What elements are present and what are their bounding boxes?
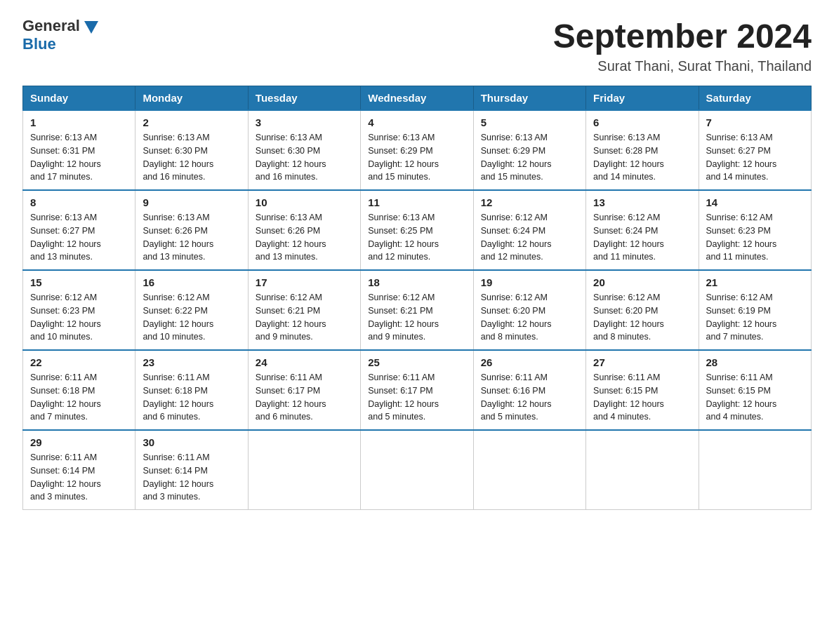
day-info: Sunrise: 6:12 AMSunset: 6:23 PMDaylight:… bbox=[30, 291, 128, 344]
calendar-day-cell: 12Sunrise: 6:12 AMSunset: 6:24 PMDayligh… bbox=[473, 190, 585, 270]
calendar-day-cell: 21Sunrise: 6:12 AMSunset: 6:19 PMDayligh… bbox=[699, 270, 811, 350]
day-info: Sunrise: 6:11 AMSunset: 6:14 PMDaylight:… bbox=[143, 451, 240, 504]
calendar-day-cell bbox=[248, 430, 360, 510]
day-info: Sunrise: 6:12 AMSunset: 6:24 PMDaylight:… bbox=[593, 211, 691, 264]
day-number: 7 bbox=[706, 116, 804, 128]
day-info: Sunrise: 6:12 AMSunset: 6:21 PMDaylight:… bbox=[368, 291, 465, 344]
day-info: Sunrise: 6:11 AMSunset: 6:17 PMDaylight:… bbox=[368, 371, 465, 424]
day-number: 2 bbox=[143, 116, 240, 128]
day-number: 16 bbox=[143, 276, 240, 288]
calendar-day-cell: 30Sunrise: 6:11 AMSunset: 6:14 PMDayligh… bbox=[135, 430, 248, 510]
calendar-day-cell: 22Sunrise: 6:11 AMSunset: 6:18 PMDayligh… bbox=[23, 350, 135, 430]
logo-triangle-icon bbox=[84, 21, 98, 34]
calendar-day-cell: 17Sunrise: 6:12 AMSunset: 6:21 PMDayligh… bbox=[248, 270, 360, 350]
calendar-day-cell bbox=[473, 430, 585, 510]
day-number: 4 bbox=[368, 116, 465, 128]
calendar-day-cell: 26Sunrise: 6:11 AMSunset: 6:16 PMDayligh… bbox=[473, 350, 585, 430]
day-info: Sunrise: 6:11 AMSunset: 6:15 PMDaylight:… bbox=[706, 371, 804, 424]
day-number: 26 bbox=[481, 356, 578, 368]
calendar-header-row: SundayMondayTuesdayWednesdayThursdayFrid… bbox=[23, 86, 812, 111]
calendar-day-cell: 2Sunrise: 6:13 AMSunset: 6:30 PMDaylight… bbox=[135, 110, 248, 190]
day-info: Sunrise: 6:11 AMSunset: 6:17 PMDaylight:… bbox=[256, 371, 353, 424]
day-info: Sunrise: 6:12 AMSunset: 6:19 PMDaylight:… bbox=[706, 291, 804, 344]
day-info: Sunrise: 6:13 AMSunset: 6:26 PMDaylight:… bbox=[256, 211, 353, 264]
logo-blue-text: Blue bbox=[22, 35, 56, 53]
calendar-day-cell: 1Sunrise: 6:13 AMSunset: 6:31 PMDaylight… bbox=[23, 110, 135, 190]
calendar-day-cell bbox=[586, 430, 699, 510]
calendar-day-cell: 24Sunrise: 6:11 AMSunset: 6:17 PMDayligh… bbox=[248, 350, 360, 430]
day-info: Sunrise: 6:12 AMSunset: 6:20 PMDaylight:… bbox=[593, 291, 691, 344]
day-number: 6 bbox=[593, 116, 691, 128]
calendar-day-header: Wednesday bbox=[361, 86, 473, 111]
calendar-week-row: 8Sunrise: 6:13 AMSunset: 6:27 PMDaylight… bbox=[23, 190, 812, 270]
calendar-week-row: 22Sunrise: 6:11 AMSunset: 6:18 PMDayligh… bbox=[23, 350, 812, 430]
day-number: 3 bbox=[256, 116, 353, 128]
day-number: 5 bbox=[481, 116, 578, 128]
day-number: 17 bbox=[256, 276, 353, 288]
day-info: Sunrise: 6:13 AMSunset: 6:30 PMDaylight:… bbox=[256, 131, 353, 184]
main-title: September 2024 bbox=[553, 17, 812, 55]
calendar-day-cell: 19Sunrise: 6:12 AMSunset: 6:20 PMDayligh… bbox=[473, 270, 585, 350]
logo-general-text: General bbox=[22, 17, 80, 35]
calendar-day-cell: 9Sunrise: 6:13 AMSunset: 6:26 PMDaylight… bbox=[135, 190, 248, 270]
day-info: Sunrise: 6:12 AMSunset: 6:22 PMDaylight:… bbox=[143, 291, 240, 344]
calendar-day-cell bbox=[361, 430, 473, 510]
day-info: Sunrise: 6:13 AMSunset: 6:30 PMDaylight:… bbox=[143, 131, 240, 184]
day-number: 20 bbox=[593, 276, 691, 288]
calendar-day-cell: 5Sunrise: 6:13 AMSunset: 6:29 PMDaylight… bbox=[473, 110, 585, 190]
calendar-day-header: Monday bbox=[135, 86, 248, 111]
calendar-day-cell: 11Sunrise: 6:13 AMSunset: 6:25 PMDayligh… bbox=[361, 190, 473, 270]
day-info: Sunrise: 6:11 AMSunset: 6:18 PMDaylight:… bbox=[30, 371, 128, 424]
day-info: Sunrise: 6:11 AMSunset: 6:15 PMDaylight:… bbox=[593, 371, 691, 424]
calendar-day-header: Saturday bbox=[699, 86, 811, 111]
day-info: Sunrise: 6:12 AMSunset: 6:21 PMDaylight:… bbox=[256, 291, 353, 344]
page-header: General Blue September 2024 Surat Thani,… bbox=[22, 17, 812, 74]
calendar-day-cell: 7Sunrise: 6:13 AMSunset: 6:27 PMDaylight… bbox=[699, 110, 811, 190]
day-number: 11 bbox=[368, 196, 465, 208]
day-number: 19 bbox=[481, 276, 578, 288]
calendar-day-cell: 25Sunrise: 6:11 AMSunset: 6:17 PMDayligh… bbox=[361, 350, 473, 430]
day-number: 28 bbox=[706, 356, 804, 368]
day-number: 1 bbox=[30, 116, 128, 128]
calendar-day-cell: 10Sunrise: 6:13 AMSunset: 6:26 PMDayligh… bbox=[248, 190, 360, 270]
day-info: Sunrise: 6:12 AMSunset: 6:24 PMDaylight:… bbox=[481, 211, 578, 264]
day-number: 13 bbox=[593, 196, 691, 208]
day-number: 12 bbox=[481, 196, 578, 208]
day-info: Sunrise: 6:12 AMSunset: 6:20 PMDaylight:… bbox=[481, 291, 578, 344]
calendar-day-cell: 28Sunrise: 6:11 AMSunset: 6:15 PMDayligh… bbox=[699, 350, 811, 430]
calendar-day-cell: 8Sunrise: 6:13 AMSunset: 6:27 PMDaylight… bbox=[23, 190, 135, 270]
day-info: Sunrise: 6:13 AMSunset: 6:29 PMDaylight:… bbox=[481, 131, 578, 184]
calendar-day-header: Friday bbox=[586, 86, 699, 111]
calendar-day-cell: 27Sunrise: 6:11 AMSunset: 6:15 PMDayligh… bbox=[586, 350, 699, 430]
calendar-day-cell: 18Sunrise: 6:12 AMSunset: 6:21 PMDayligh… bbox=[361, 270, 473, 350]
calendar-day-header: Sunday bbox=[23, 86, 135, 111]
day-info: Sunrise: 6:11 AMSunset: 6:16 PMDaylight:… bbox=[481, 371, 578, 424]
calendar-day-cell: 6Sunrise: 6:13 AMSunset: 6:28 PMDaylight… bbox=[586, 110, 699, 190]
calendar-day-cell bbox=[699, 430, 811, 510]
day-number: 27 bbox=[593, 356, 691, 368]
calendar-day-cell: 23Sunrise: 6:11 AMSunset: 6:18 PMDayligh… bbox=[135, 350, 248, 430]
calendar-day-cell: 16Sunrise: 6:12 AMSunset: 6:22 PMDayligh… bbox=[135, 270, 248, 350]
day-info: Sunrise: 6:13 AMSunset: 6:26 PMDaylight:… bbox=[143, 211, 240, 264]
day-info: Sunrise: 6:13 AMSunset: 6:25 PMDaylight:… bbox=[368, 211, 465, 264]
title-block: September 2024 Surat Thani, Surat Thani,… bbox=[553, 17, 812, 74]
calendar-week-row: 15Sunrise: 6:12 AMSunset: 6:23 PMDayligh… bbox=[23, 270, 812, 350]
day-number: 18 bbox=[368, 276, 465, 288]
subtitle: Surat Thani, Surat Thani, Thailand bbox=[553, 58, 812, 74]
calendar-day-header: Tuesday bbox=[248, 86, 360, 111]
day-number: 23 bbox=[143, 356, 240, 368]
day-number: 25 bbox=[368, 356, 465, 368]
calendar-week-row: 1Sunrise: 6:13 AMSunset: 6:31 PMDaylight… bbox=[23, 110, 812, 190]
calendar-day-cell: 15Sunrise: 6:12 AMSunset: 6:23 PMDayligh… bbox=[23, 270, 135, 350]
day-number: 15 bbox=[30, 276, 128, 288]
calendar-day-cell: 3Sunrise: 6:13 AMSunset: 6:30 PMDaylight… bbox=[248, 110, 360, 190]
calendar-table: SundayMondayTuesdayWednesdayThursdayFrid… bbox=[22, 86, 812, 510]
day-number: 21 bbox=[706, 276, 804, 288]
calendar-day-cell: 20Sunrise: 6:12 AMSunset: 6:20 PMDayligh… bbox=[586, 270, 699, 350]
day-info: Sunrise: 6:13 AMSunset: 6:27 PMDaylight:… bbox=[706, 131, 804, 184]
day-number: 29 bbox=[30, 436, 128, 448]
day-number: 14 bbox=[706, 196, 804, 208]
day-number: 10 bbox=[256, 196, 353, 208]
day-info: Sunrise: 6:11 AMSunset: 6:18 PMDaylight:… bbox=[143, 371, 240, 424]
day-number: 24 bbox=[256, 356, 353, 368]
